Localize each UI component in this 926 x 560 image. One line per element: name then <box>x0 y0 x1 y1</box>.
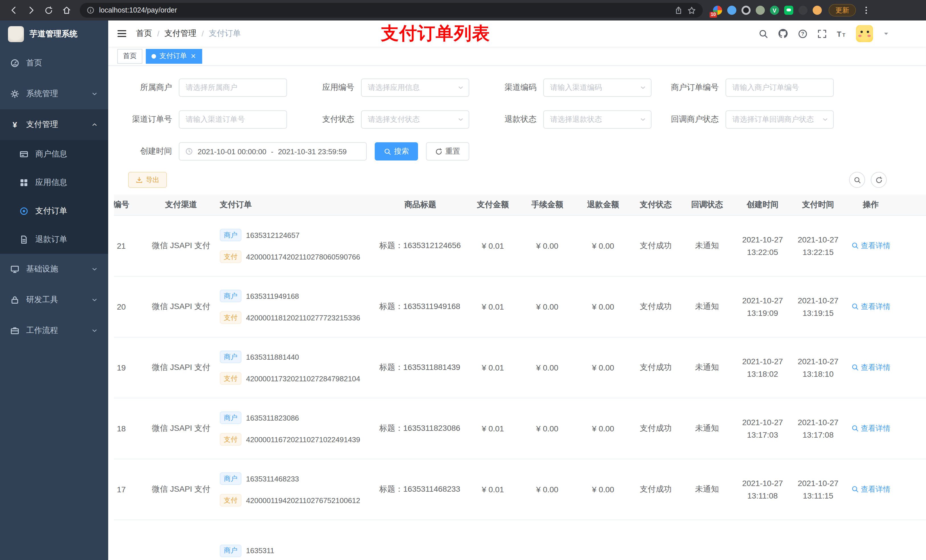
tag-label: 首页 <box>123 51 137 61</box>
date-range-input[interactable]: 2021-10-01 00:00:00 - 2021-10-31 23:59:5… <box>179 142 367 160</box>
cell-refund: ¥ 0.00 <box>575 485 632 494</box>
cell-title: 标题：1635312124656 <box>375 241 466 251</box>
sidebar-item[interactable]: 基础设施 <box>0 254 108 285</box>
sidebar-item-label: 退款订单 <box>35 234 98 245</box>
cell-fee: ¥ 0.00 <box>520 485 575 494</box>
reset-button[interactable]: 重置 <box>426 142 469 160</box>
caret-down-icon[interactable] <box>883 30 890 37</box>
header-actions: ? TT <box>758 25 926 42</box>
cell-refund: ¥ 0.00 <box>575 241 632 251</box>
cell-pay-order: 商户1635312124657支付42000011742021102780605… <box>215 229 375 263</box>
select-input[interactable]: 请选择退款状态 <box>543 110 652 128</box>
search-button[interactable]: 搜索 <box>375 142 418 160</box>
app-header: 首页 / 支付管理 / 支付订单 支付订单列表 ? TT <box>108 21 926 47</box>
search-icon[interactable] <box>758 29 768 38</box>
extension-icon-face[interactable] <box>813 6 822 15</box>
export-button[interactable]: 导出 <box>128 172 167 188</box>
extension-icon-green-v[interactable] <box>770 6 779 15</box>
sidebar-item[interactable]: 系统管理 <box>0 78 108 109</box>
refresh-button[interactable] <box>871 172 887 188</box>
extension-icon-blue[interactable] <box>727 6 736 15</box>
extension-icon-dark[interactable] <box>799 6 808 15</box>
sidebar-item[interactable]: 研发工具 <box>0 285 108 315</box>
share-icon[interactable] <box>674 6 683 15</box>
text-input[interactable]: 请选择所属商户 <box>179 78 287 97</box>
view-detail-link[interactable]: 查看详情 <box>851 423 890 434</box>
cell-fee: ¥ 0.00 <box>520 241 575 251</box>
placeholder-text: 请选择应用信息 <box>368 83 457 93</box>
menu-fold-icon[interactable] <box>117 29 127 39</box>
sidebar-item[interactable]: 商户信息 <box>0 140 108 169</box>
view-detail-link[interactable]: 查看详情 <box>851 241 890 251</box>
cell-channel: 微信 JSAPI 支付 <box>147 302 215 312</box>
home-icon[interactable] <box>62 6 71 15</box>
select-input[interactable]: 请选择支付状态 <box>361 110 469 128</box>
page-content: 所属商户请选择所属商户应用编号请选择应用信息渠道编码请输入渠道编码商户订单编号请… <box>108 66 926 560</box>
toggle-search-button[interactable] <box>849 172 865 188</box>
cell-create-time: 2021-10-2713:18:02 <box>734 355 791 380</box>
reload-icon[interactable] <box>44 6 53 15</box>
filter-row-2: 渠道订单号请输入渠道订单号支付状态请选择支付状态退款状态请选择退款状态回调商户状… <box>110 110 926 128</box>
cell-amount: ¥ 0.01 <box>466 424 520 433</box>
tag-active[interactable]: 支付订单 <box>146 49 202 63</box>
text-input[interactable]: 请输入商户订单编号 <box>726 78 834 97</box>
update-button[interactable]: 更新 <box>829 4 856 17</box>
pay-order-no: 4200001173202110272847982104 <box>246 374 360 383</box>
user-avatar[interactable] <box>856 25 873 42</box>
star-icon[interactable] <box>687 6 696 15</box>
view-detail-link[interactable]: 查看详情 <box>851 484 890 495</box>
sidebar-item[interactable]: 首页 <box>0 48 108 78</box>
logo[interactable]: 芋道管理系统 <box>0 21 108 48</box>
tag-item[interactable]: 首页 <box>117 49 142 63</box>
select-input[interactable]: 请选择应用信息 <box>361 78 469 97</box>
help-icon[interactable]: ? <box>798 29 808 38</box>
filter-row-3: 创建时间 2021-10-01 00:00:00 - 2021-10-31 23… <box>110 142 926 160</box>
github-icon[interactable] <box>778 29 788 39</box>
date-start-value[interactable]: 2021-10-01 00:00:00 <box>198 147 266 155</box>
date-end-value[interactable]: 2021-10-31 23:59:59 <box>278 147 346 155</box>
view-detail-link[interactable]: 查看详情 <box>851 362 890 373</box>
extension-icon-colored[interactable]: 10 <box>713 6 722 15</box>
url-text[interactable]: localhost:1024/pay/order <box>99 6 670 14</box>
search-icon <box>851 242 858 249</box>
filter-item: 应用编号请选择应用信息 <box>293 78 475 97</box>
sidebar-item[interactable]: 退款订单 <box>0 225 108 254</box>
select-input[interactable]: 请输入渠道编码 <box>543 78 652 97</box>
workflow-icon <box>10 326 20 335</box>
table-row: 21微信 JSAPI 支付商户1635312124657支付4200001174… <box>114 216 926 276</box>
close-icon[interactable] <box>190 53 197 59</box>
extension-icon-gray-green[interactable] <box>756 6 765 15</box>
info-icon[interactable] <box>86 6 95 14</box>
filter-label: 所属商户 <box>110 83 179 93</box>
kebab-menu-icon[interactable] <box>861 6 870 15</box>
fullscreen-icon[interactable] <box>817 29 827 38</box>
update-button-label: 更新 <box>835 5 849 15</box>
extension-icon-ring[interactable] <box>741 6 750 15</box>
sidebar-item[interactable]: 工作流程 <box>0 315 108 346</box>
search-icon <box>851 364 858 371</box>
sidebar-item-label: 应用信息 <box>35 178 98 188</box>
column-header: 支付金额 <box>466 200 520 210</box>
select-input[interactable]: 请选择订单回调商户状态 <box>726 110 834 128</box>
sidebar-item[interactable]: 应用信息 <box>0 169 108 197</box>
filter-item-create-time: 创建时间 2021-10-01 00:00:00 - 2021-10-31 23… <box>110 142 367 160</box>
merchant-order-no: 1635311 <box>246 546 274 555</box>
chevron-down-icon <box>91 91 98 97</box>
filter-item: 商户订单编号请输入商户订单编号 <box>657 78 840 97</box>
sidebar-item-label: 支付管理 <box>26 119 84 130</box>
sidebar-item[interactable]: 支付订单 <box>0 197 108 225</box>
filter-label: 创建时间 <box>110 146 179 157</box>
devtool-icon <box>10 295 20 305</box>
font-size-icon[interactable]: TT <box>837 29 846 38</box>
sidebar-item[interactable]: ¥支付管理 <box>0 109 108 140</box>
view-detail-link[interactable]: 查看详情 <box>851 302 890 312</box>
pay-badge: 支付 <box>220 251 242 263</box>
back-icon[interactable] <box>9 6 18 15</box>
address-bar[interactable]: localhost:1024/pay/order <box>80 3 703 18</box>
forward-icon[interactable] <box>26 6 36 15</box>
extension-icon-chat[interactable] <box>784 6 793 15</box>
chevron-down-icon <box>457 84 464 91</box>
text-input[interactable]: 请输入渠道订单号 <box>179 110 287 128</box>
breadcrumb-home[interactable]: 首页 <box>136 29 152 39</box>
breadcrumb-pay-management[interactable]: 支付管理 <box>165 29 197 39</box>
